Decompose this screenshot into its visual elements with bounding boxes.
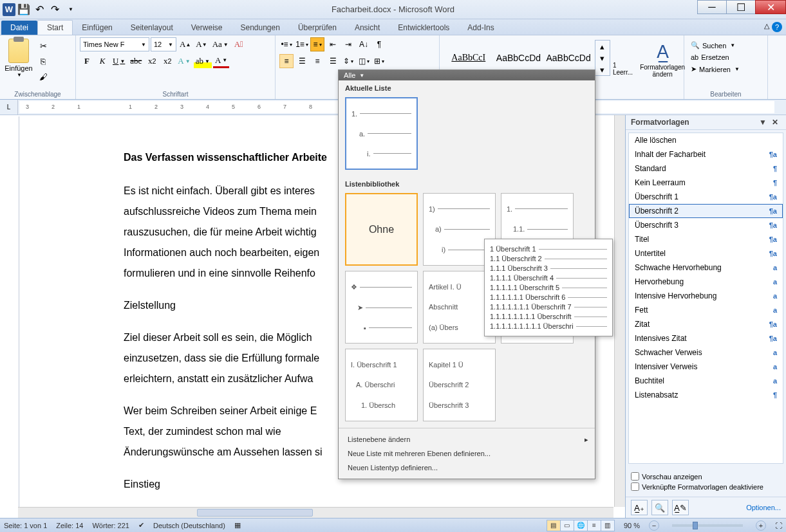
tab-ansicht[interactable]: Ansicht (346, 21, 389, 35)
status-page[interactable]: Seite: 1 von 1 (4, 522, 47, 529)
borders-button[interactable]: ⊞▾ (372, 54, 386, 68)
shrink-font-button[interactable]: A▼ (194, 37, 209, 51)
style-row[interactable]: Untertitel¶a (629, 246, 783, 261)
ml-item-3[interactable]: ❖ ➤ ▪ (345, 271, 418, 344)
style-row[interactable]: Zitat¶a (629, 317, 783, 331)
tab-verweise[interactable]: Verweise (182, 21, 232, 35)
tab-addins[interactable]: Add-Ins (458, 21, 503, 35)
find-button[interactable]: 🔍Suchen▼ (688, 40, 742, 51)
qat-save[interactable]: 💾 (17, 3, 31, 17)
align-right-button[interactable]: ≡ (310, 54, 324, 68)
view-web-layout[interactable]: 🌐 (574, 520, 588, 531)
style-row[interactable]: Fetta (629, 303, 783, 317)
styles-pane-dropdown[interactable]: ▼ (756, 118, 769, 127)
view-outline[interactable]: ≡ (587, 520, 601, 531)
help-icon[interactable]: ? (772, 22, 782, 32)
style-row[interactable]: Überschrift 3¶a (629, 218, 783, 232)
styles-pane-close[interactable]: ✕ (769, 118, 781, 127)
view-print-layout[interactable]: ▤ (547, 520, 561, 531)
select-button[interactable]: ➤Markieren▼ (688, 64, 742, 75)
text-effects-button[interactable]: A▼ (176, 54, 192, 68)
ml-current-item[interactable]: 1. a. i. (345, 97, 418, 170)
tab-entwicklertools[interactable]: Entwicklertools (389, 21, 458, 35)
grow-font-button[interactable]: A▲ (178, 37, 192, 51)
style-row[interactable]: Intensives Zitat¶a (629, 331, 783, 345)
preview-checkbox[interactable]: Vorschau anzeigen (631, 472, 781, 481)
hscroll-thumb[interactable] (197, 509, 313, 517)
tab-start[interactable]: Start (37, 20, 73, 35)
tab-seitenlayout[interactable]: Seitenlayout (122, 21, 182, 35)
style-row[interactable]: Titel¶a (629, 232, 783, 246)
highlight-button[interactable]: ab▼ (194, 54, 212, 68)
status-line[interactable]: Zeile: 14 (56, 522, 83, 529)
multilevel-list-button[interactable]: ≡▾ (310, 37, 324, 51)
change-styles-button[interactable]: A̲ Formatvorlagen ändern (640, 37, 685, 98)
strikethrough-button[interactable]: abc (128, 54, 144, 68)
show-marks-button[interactable]: ¶ (372, 37, 386, 51)
style-row[interactable]: Überschrift 2¶a (629, 204, 783, 218)
proofing-icon[interactable]: ✔ (138, 521, 144, 529)
close-button[interactable]: ✕ (755, 0, 786, 14)
style-row[interactable]: Listenabsatz¶ (629, 388, 783, 402)
sort-button[interactable]: A↓ (357, 37, 371, 51)
numbering-button[interactable]: 1≡▾ (295, 37, 309, 51)
tab-einfuegen[interactable]: Einfügen (73, 21, 121, 35)
style-inspector-button[interactable]: 🔍 (651, 500, 668, 515)
zoom-slider[interactable] (672, 524, 743, 527)
qat-customize[interactable]: ▼ (63, 3, 77, 17)
underline-button[interactable]: U▼ (111, 54, 127, 68)
file-tab[interactable]: Datei (1, 21, 37, 35)
bullets-button[interactable]: •≡▾ (279, 37, 294, 51)
ml-define-new-listtype[interactable]: Neuen Listentyp definieren... (339, 461, 595, 475)
replace-button[interactable]: abErsetzen (688, 52, 742, 62)
zoom-out-button[interactable]: − (649, 520, 659, 531)
fit-button[interactable]: ⛶ (775, 522, 782, 529)
styles-list[interactable]: Alle löschenInhalt der Facharbeit¶aStand… (628, 133, 783, 464)
ml-change-level[interactable]: Listenebene ändern▸ (339, 432, 595, 446)
style-row[interactable]: Schwache Hervorhebunga (629, 261, 783, 275)
line-spacing-button[interactable]: ⇕▾ (341, 54, 355, 68)
gallery-more-button[interactable]: ▾ (595, 64, 610, 75)
style-row[interactable]: Intensive Hervorhebunga (629, 289, 783, 303)
ml-item-7[interactable]: Kapitel 1 Ü Überschrift 2 Überschrift 3 (423, 349, 496, 421)
style-row[interactable]: Standard¶ (629, 161, 783, 176)
zoom-in-button[interactable]: + (756, 520, 766, 531)
maximize-button[interactable]: ☐ (726, 0, 756, 14)
gallery-up-button[interactable]: ▴ (595, 41, 610, 52)
qat-undo[interactable]: ↶ (32, 3, 46, 17)
ml-define-new-list[interactable]: Neue Liste mit mehreren Ebenen definiere… (339, 446, 595, 461)
style-row[interactable]: Überschrift 1¶a (629, 190, 783, 204)
clear-formatting-button[interactable]: Aͯ (232, 37, 246, 51)
increase-indent-button[interactable]: ⇥ (341, 37, 355, 51)
ml-item-6[interactable]: I. Überschrift 1 A. Überschri 1. Übersch (345, 349, 418, 421)
style-row[interactable]: Kein Leerraum¶ (629, 176, 783, 190)
shading-button[interactable]: ◫▾ (357, 54, 371, 68)
style-row[interactable]: Hervorhebunga (629, 275, 783, 289)
minimize-button[interactable]: ─ (697, 0, 727, 14)
horizontal-scrollbar[interactable] (18, 507, 613, 518)
tab-sendungen[interactable]: Sendungen (231, 21, 288, 35)
new-style-button[interactable]: A̲₊ (631, 500, 648, 515)
zoom-thumb[interactable] (693, 522, 698, 529)
minimize-ribbon-icon[interactable]: △ (764, 22, 769, 32)
manage-styles-button[interactable]: A̲✎ (672, 500, 689, 515)
copy-button[interactable]: ⎘ (36, 54, 50, 68)
status-language[interactable]: Deutsch (Deutschland) (153, 522, 225, 529)
font-name-combo[interactable]: Times New F▼ (80, 37, 149, 51)
ml-item-none[interactable]: Ohne (345, 193, 418, 266)
multilevel-filter[interactable]: Alle▼ (339, 70, 595, 80)
align-justify-button[interactable]: ☰ (326, 54, 340, 68)
view-full-reading[interactable]: ▭ (560, 520, 574, 531)
style-row[interactable]: Intensiver Verweisa (629, 360, 783, 374)
style-row[interactable]: Schwacher Verweisa (629, 345, 783, 360)
gallery-down-button[interactable]: ▾ (595, 52, 610, 64)
style-row[interactable]: Buchtitela (629, 374, 783, 388)
qat-redo[interactable]: ↷ (48, 3, 62, 17)
bold-button[interactable]: F (80, 54, 94, 68)
status-words[interactable]: Wörter: 221 (92, 522, 129, 529)
linked-checkbox[interactable]: Verknüpfte Formatvorlagen deaktiviere (631, 482, 781, 491)
styles-options-link[interactable]: Optionen... (746, 504, 781, 511)
tab-ueberpruefen[interactable]: Überprüfen (289, 21, 346, 35)
ruler-corner[interactable]: L (0, 100, 18, 115)
cut-button[interactable]: ✂ (36, 39, 50, 53)
